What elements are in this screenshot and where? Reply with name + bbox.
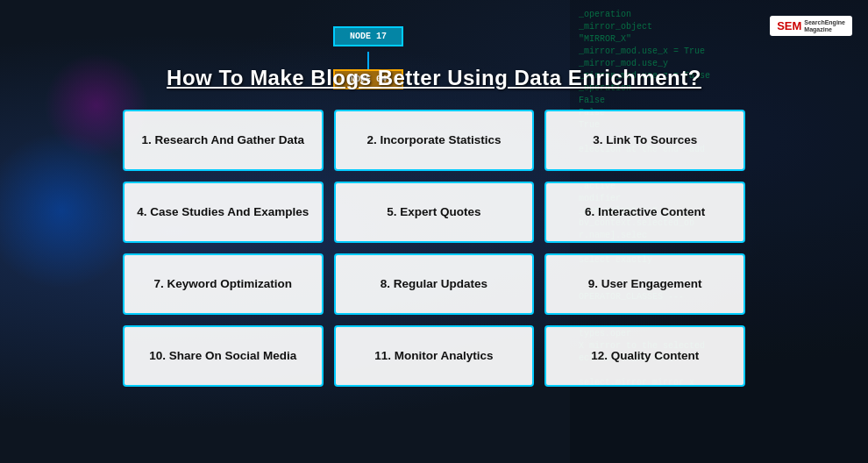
grid-item-label-8: 8. Regular Updates (381, 276, 487, 292)
grid-item-10[interactable]: 10. Share On Social Media (123, 325, 324, 387)
grid-item-label-4: 4. Case Studies And Examples (137, 204, 309, 220)
grid-item-label-10: 10. Share On Social Media (149, 348, 296, 364)
grid-item-1[interactable]: 1. Research And Gather Data (123, 110, 324, 171)
sem-logo: SEM SearchEngineMagazine (770, 16, 852, 36)
grid-item-label-7: 7. Keyword Optimization (154, 276, 293, 292)
grid-item-11[interactable]: 11. Monitor Analytics (334, 325, 535, 387)
grid-item-3[interactable]: 3. Link To Sources (544, 110, 745, 171)
grid-item-8[interactable]: 8. Regular Updates (334, 253, 535, 315)
grid-item-label-2: 2. Incorporate Statistics (366, 132, 501, 148)
grid-item-4[interactable]: 4. Case Studies And Examples (123, 182, 324, 243)
grid-item-label-9: 9. User Engagement (588, 276, 702, 292)
page-title: How To Make Blogs Better Using Data Enri… (167, 66, 701, 90)
sem-abbreviation: SEM (777, 19, 801, 32)
grid-item-6[interactable]: 6. Interactive Content (544, 182, 745, 243)
grid-item-12[interactable]: 12. Quality Content (544, 325, 745, 387)
grid-item-label-6: 6. Interactive Content (585, 204, 705, 220)
grid-item-label-3: 3. Link To Sources (593, 132, 697, 148)
grid-item-label-1: 1. Research And Gather Data (142, 132, 305, 148)
grid-item-label-12: 12. Quality Content (591, 348, 699, 364)
grid-item-7[interactable]: 7. Keyword Optimization (123, 253, 324, 315)
grid-item-label-5: 5. Expert Quotes (387, 204, 480, 220)
grid-item-2[interactable]: 2. Incorporate Statistics (334, 110, 535, 171)
sem-full-name: SearchEngineMagazine (804, 19, 845, 32)
main-content: How To Make Blogs Better Using Data Enri… (0, 0, 868, 404)
grid-item-9[interactable]: 9. User Engagement (544, 253, 745, 315)
tips-grid: 1. Research And Gather Data2. Incorporat… (123, 110, 745, 387)
grid-item-label-11: 11. Monitor Analytics (374, 348, 493, 364)
grid-item-5[interactable]: 5. Expert Quotes (334, 182, 535, 243)
